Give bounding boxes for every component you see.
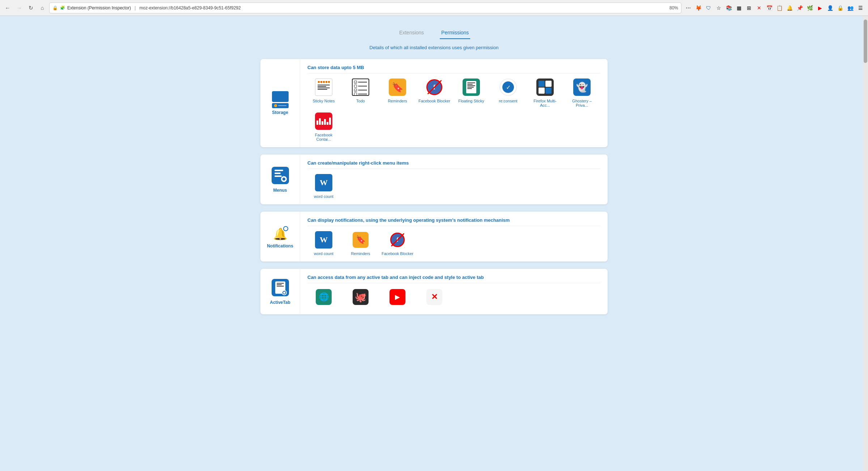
menus-extensions-grid: W word count [307,173,600,199]
todo-label: Todo [356,99,365,103]
ext-facebook-blocker[interactable]: f Facebook Blocker [418,78,451,107]
ext-reminders-notif[interactable]: 🔖 Reminders [344,230,377,256]
ext-browser[interactable]: 🌐 [307,288,340,309]
page-title: Extension (Permission Inspector) [67,5,131,10]
activetab-icon [271,278,290,297]
bookmark-icon[interactable]: ☆ [714,3,723,13]
reconsent-label: re:consent [499,99,517,103]
notifications-card-title: Can display notifications, using the und… [307,217,600,226]
storage-card: Storage Can store data upto 5 MB [260,59,608,147]
scrollbar-thumb[interactable] [864,20,867,63]
forward-button[interactable]: → [14,3,24,13]
menus-card: Menus Can create/manipulate right-click … [260,154,608,204]
facebook-blocker-icon: f [425,78,444,97]
scrollbar[interactable] [863,16,868,471]
facebook-container-icon [314,112,333,131]
floating-sticky-label: Floating Sticky [458,99,484,103]
ext6[interactable]: ▶ [815,3,825,13]
activetab-extensions-grid: 🌐 🐙 ▶ [307,288,600,309]
notifications-extensions-grid: W word count 🔖 Reminders [307,230,600,256]
facebook-blocker-notif-label: Facebook Blocker [382,251,413,256]
ext8[interactable]: 🔒 [835,3,845,13]
ghostery-label: Ghostery – Priva... [566,99,598,107]
activetab-card-main: Can access data from any active tab and … [300,269,608,314]
ext-crosshair[interactable]: ✕ [418,288,451,309]
menus-label: Menus [273,188,287,193]
menus-card-title: Can create/manipulate right-click menu i… [307,160,600,169]
activetab-label: ActiveTab [270,300,290,305]
reminders-notif-icon: 🔖 [351,230,370,249]
ext-multiaccounts[interactable]: Firefox Multi-Acc... [529,78,561,107]
ext-word-count[interactable]: W word count [307,173,340,199]
reminders-label: Reminders [388,99,407,103]
storage-sidebar: Storage [260,59,300,147]
back-button[interactable]: ← [3,3,12,13]
grid-icon[interactable]: ⊞ [744,3,754,13]
ext4[interactable]: 📌 [795,3,804,13]
address-bar[interactable]: 🔒 🧩 Extension (Permission Inspector) | m… [49,3,681,13]
sticky-notes-icon [314,78,333,97]
ext2[interactable]: 📅 [765,3,774,13]
main-content: Extensions Permissions Details of which … [253,16,615,332]
tab-permissions[interactable]: Permissions [440,27,470,39]
zoom-level: 80% [669,5,678,10]
sticky-notes-label: Sticky Notes [312,99,335,103]
activetab-card: ActiveTab Can access data from any activ… [260,269,608,314]
pocket-icon[interactable]: 🦊 [694,3,703,13]
ext3[interactable]: 📋 [775,3,784,13]
ext1[interactable]: ✕ [754,3,764,13]
storage-dot [274,104,277,107]
home-button[interactable]: ⌂ [38,3,47,13]
notifications-card: 🔔 Notifications Can display notification… [260,212,608,262]
ext-reconsent[interactable]: ✓ re:consent [492,78,524,107]
ext-octocat[interactable]: 🐙 [344,288,377,309]
reconsent-icon: ✓ [499,78,518,97]
notif-badge [282,225,289,232]
ext-facebook-container[interactable]: Facebook Contai... [307,112,340,141]
ext-todo[interactable]: ✓ ✓ Todo [344,78,377,107]
facebook-blocker-label: Facebook Blocker [418,99,450,103]
url-text: moz-extension://b16428a5-e829-8349-9c51-… [139,5,667,10]
storage-card-title: Can store data upto 5 MB [307,65,600,73]
word-count-label: word count [314,194,333,199]
ext-facebook-blocker-notif[interactable]: f Facebook Blocker [381,230,414,256]
ext9[interactable]: 👥 [846,3,855,13]
octocat-icon: 🐙 [351,288,370,306]
browser-ext-icon: 🌐 [314,288,333,306]
menus-icon [271,166,290,185]
tab-extensions[interactable]: Extensions [398,27,425,39]
vpn-icon[interactable]: 🛡 [704,3,713,13]
notifications-icon: 🔔 [271,225,290,243]
reminders-icon: 🔖 [388,78,407,97]
sidebar-icon[interactable]: ▦ [734,3,744,13]
ext-word-count-notif[interactable]: W word count [307,230,340,256]
bell-icon[interactable]: 🔔 [785,3,794,13]
menu-button[interactable]: ☰ [856,3,865,13]
storage-label: Storage [272,110,288,115]
storage-icon [271,91,290,110]
storage-bottom [272,103,289,108]
ext-sticky-notes[interactable]: Sticky Notes [307,78,340,107]
reminders-notif-label: Reminders [351,251,370,256]
menus-sidebar: Menus [260,154,300,204]
ext-ghostery[interactable]: 👻 Ghostery – Priva... [566,78,598,107]
ext-youtube[interactable]: ▶ [381,288,414,309]
notifications-label: Notifications [267,243,293,249]
word-count-notif-label: word count [314,251,333,256]
todo-icon: ✓ ✓ [351,78,370,97]
notifications-sidebar: 🔔 Notifications [260,212,300,262]
more-button[interactable]: ⋯ [684,3,693,13]
reload-button[interactable]: ↻ [26,3,35,13]
library-icon[interactable]: 📚 [724,3,733,13]
ext5[interactable]: 🌿 [805,3,814,13]
notifications-card-main: Can display notifications, using the und… [300,212,608,262]
word-count-icon: W [314,173,333,192]
tabs-container: Extensions Permissions [260,27,608,39]
menus-card-main: Can create/manipulate right-click menu i… [300,154,608,204]
page-subtitle: Details of which all installed extension… [260,45,608,50]
ext-floating-sticky[interactable]: Floating Sticky [455,78,488,107]
security-icon: 🔒 [52,5,58,10]
ext-reminders[interactable]: 🔖 Reminders [381,78,414,107]
ext7[interactable]: 👤 [825,3,835,13]
storage-top [272,91,289,102]
